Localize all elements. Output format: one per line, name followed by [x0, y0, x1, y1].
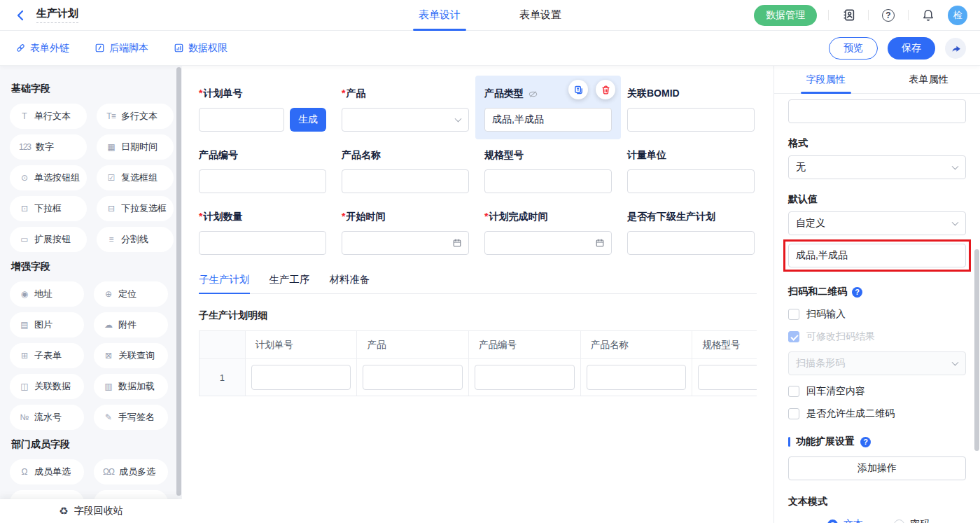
delete-field-button[interactable] [596, 80, 615, 99]
help-icon[interactable]: ? [880, 7, 897, 24]
external-link-button[interactable]: 表单外链 [15, 42, 69, 55]
field-plan-qty[interactable]: *计划数量 [199, 210, 326, 255]
palette-item-radio-group[interactable]: ⊙单选按钮组 [10, 165, 87, 190]
palette-item-single-text[interactable]: T单行文本 [10, 104, 87, 129]
tab-field-properties[interactable]: 字段属性 [774, 66, 877, 93]
product-select[interactable] [342, 108, 469, 132]
field-name-input[interactable] [788, 99, 966, 123]
subtable-title: 子生产计划明细 [199, 309, 757, 322]
default-mode-select[interactable]: 自定义 [788, 211, 966, 235]
bom-id-input[interactable] [627, 108, 755, 132]
avatar[interactable]: 检 [948, 6, 967, 25]
data-manage-button[interactable]: 数据管理 [754, 5, 817, 26]
palette-item-address[interactable]: ◉地址 [10, 281, 84, 307]
field-product[interactable]: *产品 [342, 87, 469, 132]
field-product-type-selected[interactable]: 产品类型 成品,半成品 [475, 76, 621, 139]
product-name-input[interactable] [342, 169, 469, 193]
generate-button[interactable]: 生成 [290, 108, 326, 132]
field-product-name[interactable]: 产品名称 [342, 148, 469, 193]
palette-item-number[interactable]: 123数字 [10, 134, 87, 160]
radio-icon [894, 519, 904, 523]
palette-item-relation-query[interactable]: ⊠关联查询 [94, 343, 168, 368]
help-icon[interactable]: ? [860, 437, 871, 447]
field-unit[interactable]: 计量单位 [627, 148, 755, 193]
plan-no-input[interactable] [199, 108, 284, 132]
palette-item-image[interactable]: ▤图片 [10, 312, 84, 337]
panel-scrollbar[interactable] [974, 249, 979, 451]
cell-input[interactable] [475, 365, 575, 390]
back-icon[interactable] [13, 8, 28, 23]
tab-form-properties[interactable]: 表单属性 [877, 66, 980, 93]
palette-item-member-multi[interactable]: ΩΩ成员多选 [94, 459, 168, 484]
section-bar [788, 437, 790, 447]
tab-production-process[interactable]: 生产工序 [270, 273, 310, 293]
palette-item-subform[interactable]: ⊞子表单 [10, 343, 84, 368]
palette-item-extend-button[interactable]: ▭扩展按钮 [10, 227, 87, 252]
sidebar-scrollbar[interactable] [176, 67, 181, 496]
palette-item-divider[interactable]: ≡分割线 [97, 227, 174, 252]
palette-item-dropdown[interactable]: ⊡下拉框 [10, 196, 87, 221]
tab-material-prep[interactable]: 材料准备 [330, 273, 370, 293]
share-button[interactable] [945, 38, 966, 59]
scan-input-checkbox[interactable]: 扫码输入 [788, 308, 966, 321]
plan-finish-time-input[interactable] [484, 231, 612, 255]
palette-item-data-load[interactable]: ▥数据加载 [94, 374, 168, 399]
field-bom-id[interactable]: 关联BOMID [627, 87, 755, 132]
cell-input[interactable] [698, 365, 757, 390]
field-recycle-bin[interactable]: ♻ 字段回收站 [0, 499, 182, 523]
users-icon: ΩΩ [103, 467, 114, 477]
checkbox-icon: ☑ [106, 173, 116, 183]
palette-item-member-single[interactable]: Ω成员单选 [10, 459, 84, 484]
start-time-input[interactable] [342, 231, 469, 255]
tab-form-settings[interactable]: 表单设置 [519, 0, 561, 31]
field-plan-no[interactable]: *计划单号 生成 [199, 87, 326, 132]
bell-icon[interactable] [920, 7, 937, 24]
tab-sub-production-plan[interactable]: 子生产计划 [199, 273, 250, 293]
tab-form-design[interactable]: 表单设计 [419, 0, 461, 31]
radio-password[interactable]: 密码 [894, 518, 930, 523]
save-button[interactable]: 保存 [888, 37, 935, 60]
palette-item-multi-dropdown[interactable]: ⊟下拉复选框 [97, 196, 174, 221]
copy-field-button[interactable] [568, 80, 588, 99]
product-type-input[interactable]: 成品,半成品 [484, 108, 612, 132]
add-action-button[interactable]: 添加操作 [788, 456, 966, 480]
palette-item-location[interactable]: ⊕定位 [94, 281, 168, 307]
scan-type-select[interactable]: 扫描条形码 [788, 351, 966, 375]
product-code-input[interactable] [199, 169, 326, 193]
plan-qty-input[interactable] [199, 231, 326, 255]
spec-model-input[interactable] [484, 169, 612, 193]
format-select[interactable]: 无 [788, 155, 966, 179]
radio-text[interactable]: 文本 [827, 518, 863, 523]
palette-item-checkbox-group[interactable]: ☑复选框组 [97, 165, 174, 190]
allow-qrcode-checkbox[interactable]: 是否允许生成二维码 [788, 407, 966, 420]
cell-input[interactable] [363, 365, 463, 390]
form-title[interactable]: 生产计划 [36, 7, 78, 23]
data-permission-button[interactable]: 数据权限 [174, 42, 227, 55]
subform-icon: ⊞ [19, 351, 29, 361]
field-plan-finish-time[interactable]: *计划完成时间 [484, 210, 612, 255]
field-product-code[interactable]: 产品编号 [199, 148, 326, 193]
cell-input[interactable] [251, 365, 351, 390]
field-spec-model[interactable]: 规格型号 [484, 148, 612, 193]
unit-input[interactable] [627, 169, 755, 193]
palette-item-attachment[interactable]: ☁附件 [94, 312, 168, 337]
palette-item-serial-number[interactable]: №流水号 [10, 405, 84, 430]
chevron-down-icon [455, 116, 462, 123]
editable-scan-result-checkbox[interactable]: 可修改扫码结果 [788, 330, 966, 343]
field-has-sub-plan[interactable]: 是否有下级生产计划 [627, 210, 755, 255]
enter-clear-checkbox[interactable]: 回车清空内容 [788, 385, 966, 398]
palette-item-datetime[interactable]: ▦日期时间 [97, 134, 174, 160]
help-icon[interactable]: ? [852, 287, 862, 298]
palette-item-multi-text[interactable]: T≡多行文本 [97, 104, 174, 129]
palette-item-relation-data[interactable]: ◫关联数据 [10, 374, 84, 399]
has-sub-plan-input[interactable] [627, 231, 755, 255]
preview-button[interactable]: 预览 [829, 37, 878, 60]
field-start-time[interactable]: *开始时间 [342, 210, 469, 255]
palette-item-signature[interactable]: ✎手写签名 [94, 405, 168, 430]
cell-input[interactable] [587, 365, 687, 390]
contacts-icon[interactable] [840, 7, 857, 24]
default-custom-input[interactable]: 成品,半成品 [788, 244, 966, 267]
form-canvas[interactable]: *计划单号 生成 *产品 产品类型 [182, 66, 774, 523]
default-value-label: 默认值 [788, 193, 966, 206]
backend-script-button[interactable]: 后端脚本 [94, 42, 148, 55]
